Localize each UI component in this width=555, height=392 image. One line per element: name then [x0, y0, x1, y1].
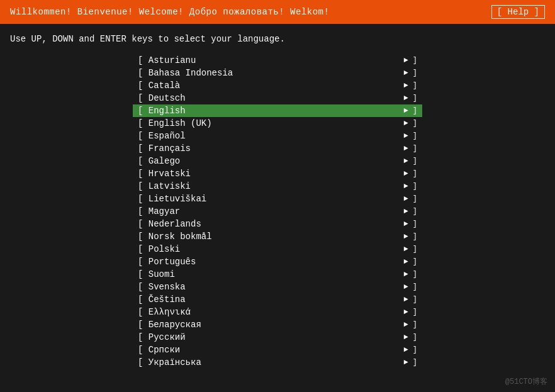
language-label: [ Српски — [138, 345, 398, 355]
language-item[interactable]: [ Nederlands► ] — [133, 218, 422, 230]
language-label: [ Français — [138, 143, 398, 154]
language-item[interactable]: [ English (UK)► ] — [133, 117, 422, 130]
language-arrow-icon: ► ] — [403, 283, 417, 291]
language-item[interactable]: [ Català► ] — [133, 79, 422, 92]
language-label: [ Asturianu — [138, 55, 398, 65]
language-arrow-icon: ► ] — [403, 207, 417, 216]
language-arrow-icon: ► ] — [403, 81, 417, 90]
header-bar: Willkommen! Bienvenue! Welcome! Добро по… — [0, 0, 555, 24]
language-item[interactable]: [ Svenska► ] — [133, 281, 422, 293]
language-arrow-icon: ► ] — [403, 194, 417, 203]
language-arrow-icon: ► ] — [403, 320, 417, 329]
language-item[interactable]: [ Hrvatski► ] — [133, 167, 422, 180]
language-arrow-icon: ► ] — [403, 220, 417, 228]
language-item[interactable]: [ Norsk bokmål► ] — [133, 230, 422, 243]
language-label: [ Português — [138, 257, 398, 267]
watermark: @51CTO博客 — [505, 376, 547, 387]
language-item[interactable]: [ Bahasa Indonesia► ] — [133, 67, 422, 79]
language-label: [ Galego — [138, 156, 398, 166]
language-item[interactable]: [ Deutsch► ] — [133, 92, 422, 104]
language-label: [ Español — [138, 131, 398, 141]
language-item[interactable]: [ Latviski► ] — [133, 180, 422, 193]
language-item[interactable]: [ Беларуская► ] — [133, 318, 422, 331]
language-arrow-icon: ► ] — [403, 157, 417, 165]
language-label: [ Suomi — [138, 269, 398, 279]
language-arrow-icon: ► ] — [403, 358, 417, 367]
language-arrow-icon: ► ] — [403, 308, 417, 316]
language-arrow-icon: ► ] — [403, 106, 417, 115]
language-label: [ Polski — [138, 244, 398, 254]
language-item[interactable]: [ Русский► ] — [133, 331, 422, 344]
language-arrow-icon: ► ] — [403, 144, 417, 153]
language-label: [ Lietuviškai — [138, 194, 398, 204]
language-label: [ Magyar — [138, 206, 398, 216]
language-label: [ Русский — [138, 332, 398, 342]
language-arrow-icon: ► ] — [403, 257, 417, 266]
language-item[interactable]: [ Français► ] — [133, 142, 422, 155]
language-label: [ Svenska — [138, 282, 398, 292]
language-label: [ Hrvatski — [138, 169, 398, 179]
language-label: [ English — [138, 106, 398, 116]
language-label: [ Čeština — [138, 294, 398, 305]
header-title: Willkommen! Bienvenue! Welcome! Добро по… — [10, 7, 329, 17]
language-item[interactable]: [ Српски► ] — [133, 344, 422, 356]
language-label: [ Latviski — [138, 181, 398, 191]
language-label: [ Ελληνικά — [138, 307, 398, 317]
language-list: [ Asturianu► ][ Bahasa Indonesia► ][ Cat… — [0, 52, 555, 371]
language-item[interactable]: [ English► ] — [133, 104, 422, 117]
language-arrow-icon: ► ] — [403, 245, 417, 254]
language-label: [ Українська — [138, 357, 398, 367]
language-item[interactable]: [ Suomi► ] — [133, 268, 422, 281]
language-arrow-icon: ► ] — [403, 270, 417, 279]
language-arrow-icon: ► ] — [403, 56, 417, 65]
help-button[interactable]: [ Help ] — [491, 5, 545, 19]
language-arrow-icon: ► ] — [403, 232, 417, 241]
language-label: [ Nederlands — [138, 219, 398, 229]
language-item[interactable]: [ Čeština► ] — [133, 293, 422, 306]
language-item[interactable]: [ Português► ] — [133, 255, 422, 268]
instruction-text: Use UP, DOWN and ENTER keys to select yo… — [0, 24, 555, 52]
language-arrow-icon: ► ] — [403, 182, 417, 191]
language-arrow-icon: ► ] — [403, 69, 417, 77]
language-arrow-icon: ► ] — [403, 295, 417, 304]
language-label: [ Bahasa Indonesia — [138, 68, 398, 78]
language-arrow-icon: ► ] — [403, 132, 417, 140]
language-item[interactable]: [ Lietuviškai► ] — [133, 193, 422, 205]
language-arrow-icon: ► ] — [403, 169, 417, 178]
language-item[interactable]: [ Magyar► ] — [133, 205, 422, 218]
language-arrow-icon: ► ] — [403, 345, 417, 354]
language-arrow-icon: ► ] — [403, 119, 417, 128]
language-arrow-icon: ► ] — [403, 333, 417, 342]
language-item[interactable]: [ Polski► ] — [133, 243, 422, 255]
language-item[interactable]: [ Español► ] — [133, 130, 422, 142]
language-item[interactable]: [ Galego► ] — [133, 155, 422, 167]
language-item[interactable]: [ Українська► ] — [133, 356, 422, 369]
language-label: [ Беларуская — [138, 320, 398, 330]
language-item[interactable]: [ Asturianu► ] — [133, 54, 422, 67]
language-label: [ Norsk bokmål — [138, 232, 398, 242]
language-arrow-icon: ► ] — [403, 94, 417, 103]
language-label: [ Català — [138, 81, 398, 91]
language-label: [ Deutsch — [138, 93, 398, 103]
language-item[interactable]: [ Ελληνικά► ] — [133, 306, 422, 318]
language-label: [ English (UK) — [138, 118, 398, 128]
